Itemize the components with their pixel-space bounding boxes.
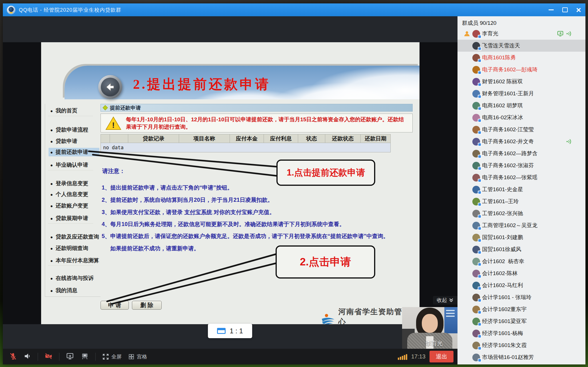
note-item: 如果提前还款不成功，请重新申请。 xyxy=(110,245,199,252)
speaker-button[interactable] xyxy=(23,352,31,361)
member-row[interactable]: 财管1602 陈丽双 xyxy=(457,76,585,88)
bullet-icon: ● xyxy=(50,288,53,293)
mobile-online-badge xyxy=(478,251,481,254)
bullet-icon: ● xyxy=(50,163,53,168)
member-row[interactable]: 工管1602-张兴驰 xyxy=(457,207,585,219)
member-row[interactable]: 电子商务1602—彭彧琦 xyxy=(457,64,585,76)
member-row[interactable]: 国贸1601徐威风 xyxy=(457,243,585,255)
mobile-online-badge xyxy=(478,119,481,122)
member-row[interactable]: 工管1601–王玲 xyxy=(457,195,585,207)
member-row[interactable]: 会计学1602董东宇 xyxy=(457,303,585,315)
avatar xyxy=(472,342,480,349)
member-row[interactable]: 电商1601陈勇 xyxy=(457,52,585,64)
member-row[interactable]: 飞雪连天雪连天 xyxy=(457,40,585,52)
mobile-online-badge xyxy=(478,203,481,206)
close-button[interactable]: × xyxy=(572,3,585,16)
avatar xyxy=(472,114,480,122)
mobile-online-badge xyxy=(478,83,481,86)
presentation-button[interactable] xyxy=(81,352,89,361)
avatar xyxy=(472,246,480,253)
member-name: 电商1601陈勇 xyxy=(482,54,516,61)
bullet-icon: ● xyxy=(50,128,53,132)
mobile-online-badge xyxy=(478,131,481,134)
member-name: 财务管理1601-王新月 xyxy=(482,90,534,97)
signal-strength-icon xyxy=(398,354,407,360)
avatar xyxy=(472,102,480,110)
member-row[interactable]: 会计1602-陈林 xyxy=(457,267,585,279)
exit-call-button[interactable]: 退出 xyxy=(430,351,453,362)
member-row[interactable]: 工管1601-史金星 xyxy=(457,184,585,195)
avatar xyxy=(472,294,480,301)
avatar xyxy=(472,90,480,98)
member-count-header: 群成员 90/120 xyxy=(457,16,585,27)
member-name: 经济学1601梁亚军 xyxy=(482,318,527,325)
bullet-icon: ● xyxy=(50,235,53,239)
member-row[interactable]: 电子商务1602—张紫瑶 xyxy=(457,172,585,184)
bullet-icon: ● xyxy=(50,150,53,155)
member-row[interactable]: 会计学1601 - 张瑞玲 xyxy=(457,291,585,303)
member-row[interactable]: 电子商务1602-井文奇 xyxy=(457,136,585,148)
member-row[interactable]: 工商管理1602～吴亚龙 xyxy=(457,219,585,231)
camera-off-button[interactable] xyxy=(44,352,53,361)
member-name: 会计1602-马红利 xyxy=(482,282,523,289)
member-row[interactable]: 电子商务1602—路梦含 xyxy=(457,148,585,160)
member-row[interactable]: 市场营销16-01赵雅芳 xyxy=(457,351,585,363)
member-row[interactable]: 会计1602-马红利 xyxy=(457,279,585,291)
sidebar-item: ●我的首页 xyxy=(49,106,99,115)
owner-icon xyxy=(464,31,470,37)
member-name: 经济学1601-杨梅 xyxy=(482,330,523,337)
member-row[interactable]: 李育光 xyxy=(457,28,585,40)
share-screen-button[interactable] xyxy=(66,352,74,361)
mobile-online-badge xyxy=(478,310,481,314)
mobile-online-badge xyxy=(478,239,481,242)
member-name: 会计学1602董东宇 xyxy=(482,306,527,313)
webcam-face-shape xyxy=(422,314,438,333)
table-header-cell: 项目名称 xyxy=(179,134,230,143)
grid-view-button[interactable]: 宫格 xyxy=(128,353,147,360)
member-row[interactable]: 经济学1601朱文霞 xyxy=(457,339,585,351)
mobile-online-badge xyxy=(478,299,481,302)
speaking-icon xyxy=(566,138,572,145)
bullet-icon: ● xyxy=(50,246,53,251)
loan-table: 贷款记录项目名称应付本金应付利息状态还款状态还款日期 no data xyxy=(101,134,391,152)
member-name: 电子商务1602—路梦含 xyxy=(482,150,537,157)
grid-icon xyxy=(128,353,135,360)
aspect-ratio-pill[interactable]: 1 : 1 xyxy=(208,324,252,338)
collapse-button[interactable]: 收起 xyxy=(433,296,457,305)
minimize-button[interactable] xyxy=(544,3,558,16)
mobile-online-badge xyxy=(478,59,481,62)
table-header-cell: 还款状态 xyxy=(325,134,361,143)
member-name: 工管1601–王玲 xyxy=(482,198,519,205)
member-row[interactable]: 电商1602 胡梦琪 xyxy=(457,100,585,112)
warning-text: 每年1月-10月的1日-10日、12月的1日-10日可以申请提前还款，请于当月1… xyxy=(126,116,406,131)
mobile-online-badge xyxy=(478,358,481,362)
call-duration: 17:13 xyxy=(411,353,426,360)
fullscreen-button[interactable]: 全屏 xyxy=(102,353,122,360)
note-item: 5、申请提前还款后，请保证您的还款账户余额充足。还款是否成功，请于下月初登录系统… xyxy=(102,232,389,240)
toolbar-separator xyxy=(38,353,38,361)
member-row[interactable]: 电子商务1602-张淑芬 xyxy=(457,160,585,172)
member-row[interactable]: 经济学1601梁亚军 xyxy=(457,315,585,327)
member-row[interactable]: 国贸1601-刘建鹏 xyxy=(457,231,585,243)
mobile-online-badge xyxy=(478,179,481,182)
table-empty-cell: no data xyxy=(101,143,391,152)
member-row[interactable]: 会计1602 杨杏幸 xyxy=(457,255,585,267)
table-header-cell: 还款日期 xyxy=(361,134,391,143)
haedu-logo-icon xyxy=(321,313,336,324)
shared-screen-area: 2.提出提前还款申请 提前还款申请 ! 每年1月-10月的1日-10日、12月的… xyxy=(3,16,457,364)
delete-button: 删 除 xyxy=(132,301,162,310)
member-row[interactable]: 电子商务1602-江莹莹 xyxy=(457,124,585,136)
member-name: 国贸1601徐威风 xyxy=(482,246,521,253)
member-row[interactable]: 电商16-02宋冰冰 xyxy=(457,112,585,124)
mobile-online-badge xyxy=(478,95,481,98)
member-row[interactable]: 财务管理1601-王新月 xyxy=(457,88,585,100)
mic-muted-button[interactable] xyxy=(9,352,17,361)
avatar xyxy=(472,198,480,205)
screen-ratio-icon xyxy=(217,328,226,334)
presenter-webcam[interactable]: 李育光 xyxy=(402,307,457,349)
mobile-online-badge xyxy=(478,71,481,74)
member-name: 飞雪连天雪连天 xyxy=(482,42,520,49)
ratio-label: 1 : 1 xyxy=(230,327,243,335)
member-row[interactable]: 经济学1601-杨梅 xyxy=(457,327,585,339)
maximize-button[interactable] xyxy=(558,3,572,16)
